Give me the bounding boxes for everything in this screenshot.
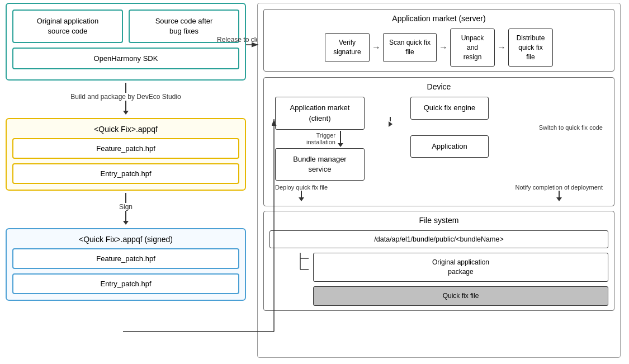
device-title: Device [269, 82, 608, 91]
server-section: Application market (server) Verifysignat… [263, 9, 614, 72]
fs-tree-svg [292, 253, 309, 286]
verify-signature-box: Verifysignature [325, 33, 370, 62]
appqf-signed-title: <Quick Fix>.appqf (signed) [12, 235, 239, 244]
deploy-label: Deploy quick fix file [275, 184, 328, 191]
trigger-label: Trigger installation [296, 132, 335, 145]
entry-patch-unsigned: Entry_patch.hpf [12, 163, 239, 184]
right-panel: Application market (server) Verifysignat… [257, 3, 621, 358]
server-title: Application market (server) [269, 14, 608, 23]
appqf-unsigned-section: <Quick Fix>.appqf Feature_patch.hpf Entr… [6, 118, 246, 191]
original-source-box: Original application source code [12, 10, 123, 43]
flow-arrow-2: → [439, 42, 448, 53]
server-flow: Verifysignature → Scan quick fixfile → U… [269, 29, 608, 67]
source-section: Original application source code Source … [6, 3, 246, 81]
diagram-container: Original application source code Source … [0, 0, 629, 364]
quick-fix-engine-box: Quick fix engine [410, 97, 489, 119]
left-panel: Original application source code Source … [6, 3, 246, 358]
fs-title: File system [269, 216, 608, 225]
feature-patch-signed: Feature_patch.hpf [12, 248, 239, 269]
appqf-unsigned-title: <Quick Fix>.appqf [12, 125, 239, 134]
appqf-signed-section: <Quick Fix>.appqf (signed) Feature_patch… [6, 228, 246, 301]
fs-original-box: Original applicationpackage [313, 253, 608, 282]
file-system-section: File system /data/ap/el1/bundle/public/<… [263, 211, 614, 310]
app-market-client-box: Application market(client) [275, 97, 365, 129]
fs-path-box: /data/ap/el1/bundle/public/<bundleName> [269, 230, 608, 248]
notify-label: Notify completion of deployment [515, 184, 603, 191]
fs-quickfix-box: Quick fix file [313, 286, 608, 306]
entry-patch-signed: Entry_patch.hpf [12, 273, 239, 294]
flow-arrow-1: → [372, 42, 381, 53]
build-label: Build and package by DevEco Studio [70, 93, 181, 101]
sign-label: Sign [119, 203, 133, 211]
distribute-box: Distributequick fixfile [508, 29, 553, 67]
bundle-manager-box: Bundle managerservice [275, 148, 365, 181]
sdk-box: OpenHarmony SDK [12, 48, 239, 69]
application-box: Application [410, 135, 489, 158]
device-section: Device Application market(client) Trigge… [263, 77, 614, 206]
unpack-resign-box: Unpackandresign [450, 29, 495, 67]
flow-arrow-3: → [497, 42, 506, 53]
scan-quickfix-box: Scan quick fixfile [383, 33, 437, 62]
feature-patch-unsigned: Feature_patch.hpf [12, 138, 239, 159]
switch-label: Switch to quick fix code [539, 124, 608, 131]
